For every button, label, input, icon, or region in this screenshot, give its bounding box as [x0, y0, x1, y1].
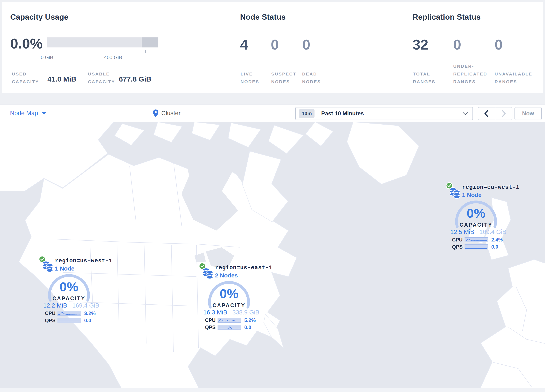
cpu-value: 5.2%	[244, 317, 256, 323]
region-usable-capacity: 338.9 GiB	[232, 309, 259, 316]
view-selector-label: Node Map	[10, 110, 38, 117]
qps-sparkline	[217, 324, 241, 330]
region-used-capacity: 12.5 MiB	[450, 229, 474, 235]
database-nodes-icon	[203, 267, 213, 279]
live-nodes-count: 4	[240, 37, 248, 52]
region-marker-us-west-1[interactable]: region=us-west-1 1 Node 0% CAPACITY 12.2…	[39, 256, 101, 329]
region-capacity-label: CAPACITY	[199, 302, 259, 308]
capacity-usage-title: Capacity Usage	[10, 13, 68, 22]
suspect-nodes-count: 0	[271, 37, 279, 52]
region-capacity-label: CAPACITY	[39, 295, 99, 301]
time-range-label: Past 10 Minutes	[321, 110, 364, 117]
region-capacity-label: CAPACITY	[446, 222, 506, 228]
qps-label: QPS	[452, 244, 464, 250]
map-pin-icon	[153, 109, 158, 117]
qps-value: 0.0	[491, 244, 498, 250]
suspect-nodes-label: SUSPECT NODES	[271, 70, 298, 86]
dead-nodes-count: 0	[302, 37, 310, 52]
cluster-overview-page: Capacity Usage 0.0% 0 GiB 400 GiB USED C…	[0, 0, 545, 392]
region-name: region=eu-west-1	[462, 184, 520, 190]
region-capacity-percent: 0%	[199, 287, 259, 300]
region-name: region=us-east-1	[215, 265, 272, 271]
time-range-selector[interactable]: 10m Past 10 Minutes	[295, 107, 473, 120]
qps-label: QPS	[205, 324, 217, 330]
capacity-tick	[145, 50, 146, 53]
usable-capacity-value: 677.8 GiB	[119, 75, 151, 83]
cpu-label: CPU	[452, 237, 464, 243]
live-nodes-label: LIVE NODES	[241, 70, 266, 86]
time-next-button[interactable]	[495, 107, 512, 120]
chevron-right-icon	[502, 110, 506, 117]
chevron-down-icon	[42, 112, 46, 115]
region-capacity-percent: 0%	[39, 280, 99, 293]
chevron-down-icon	[462, 112, 468, 115]
cpu-sparkline	[217, 317, 241, 323]
cpu-value: 3.2%	[84, 311, 96, 316]
node-status-title: Node Status	[240, 13, 286, 22]
qps-label: QPS	[45, 317, 57, 324]
qps-value: 0.0	[244, 324, 251, 330]
time-nav-buttons	[478, 107, 512, 120]
capacity-tick-label-0: 0 GiB	[41, 55, 53, 60]
breadcrumb-label: Cluster	[161, 110, 180, 117]
region-used-capacity: 12.2 MiB	[43, 302, 67, 309]
region-name: region=us-west-1	[55, 258, 112, 264]
under-replicated-ranges-count: 0	[453, 37, 461, 52]
cpu-sparkline	[464, 237, 488, 243]
under-replicated-ranges-label: UNDER-REPLICATED RANGES	[453, 62, 495, 86]
capacity-bar-segment	[142, 37, 158, 47]
used-capacity-value: 41.0 MiB	[47, 75, 76, 83]
region-node-count: 2 Nodes	[215, 272, 238, 279]
region-marker-us-east-1[interactable]: region=us-east-1 2 Nodes 0% CAPACITY 16.…	[199, 263, 261, 336]
qps-sparkline	[57, 317, 81, 324]
capacity-bar	[47, 37, 158, 47]
total-ranges-count: 32	[413, 37, 428, 52]
cpu-sparkline	[57, 311, 81, 316]
used-capacity-label: USED CAPACITY	[12, 70, 43, 86]
time-prev-button[interactable]	[478, 107, 495, 120]
region-capacity-percent: 0%	[446, 207, 506, 220]
region-node-count: 1 Node	[55, 265, 74, 272]
time-range-badge: 10m	[299, 109, 315, 118]
capacity-used-percent: 0.0%	[10, 36, 43, 51]
cpu-value: 2.4%	[491, 237, 503, 243]
map-toolbar: Node Map Cluster 10m Past 10 Minutes	[0, 105, 545, 122]
view-selector-dropdown[interactable]: Node Map	[10, 105, 46, 122]
capacity-tick	[113, 50, 113, 53]
region-usable-capacity: 169.4 GiB	[72, 302, 99, 309]
region-marker-eu-west-1[interactable]: region=eu-west-1 1 Node 0% CAPACITY 12.5…	[446, 182, 508, 255]
cluster-summary-card: Capacity Usage 0.0% 0 GiB 400 GiB USED C…	[2, 2, 543, 93]
qps-value: 0.0	[84, 317, 91, 324]
capacity-tick-label-400: 400 GiB	[104, 55, 122, 60]
database-nodes-icon	[43, 260, 53, 272]
breadcrumb[interactable]: Cluster	[153, 105, 180, 122]
now-button[interactable]: Now	[514, 107, 542, 120]
region-usable-capacity: 169.4 GiB	[479, 229, 506, 235]
cpu-label: CPU	[205, 317, 217, 323]
usable-capacity-label: USABLE CAPACITY	[88, 70, 121, 86]
capacity-tick	[47, 50, 47, 53]
region-used-capacity: 16.3 MiB	[203, 309, 227, 316]
map-bottom-strip	[0, 388, 545, 392]
qps-sparkline	[464, 244, 488, 250]
unavailable-ranges-label: UNAVAILABLE RANGES	[495, 70, 539, 86]
chevron-left-icon	[484, 110, 489, 117]
replication-status-title: Replication Status	[413, 13, 481, 22]
total-ranges-label: TOTAL RANGES	[413, 70, 442, 86]
database-nodes-icon	[450, 187, 460, 199]
dead-nodes-label: DEAD NODES	[302, 70, 327, 86]
region-node-count: 1 Node	[462, 192, 482, 199]
cpu-label: CPU	[45, 311, 57, 316]
unavailable-ranges-count: 0	[495, 37, 502, 52]
capacity-tick	[80, 50, 80, 53]
